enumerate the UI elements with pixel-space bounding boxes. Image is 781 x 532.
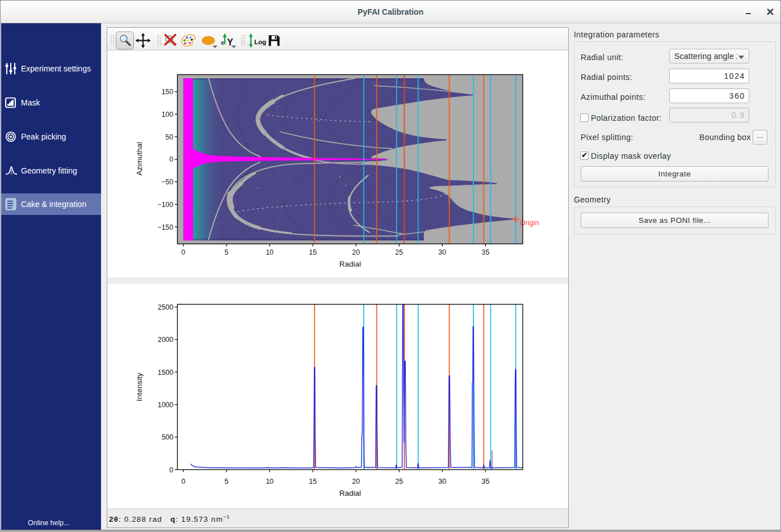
svg-text:5: 5 bbox=[225, 248, 229, 256]
svg-text:30: 30 bbox=[438, 478, 446, 485]
svg-text:Radial: Radial bbox=[339, 260, 361, 268]
svg-text:0: 0 bbox=[170, 466, 174, 474]
svg-text:Y: Y bbox=[227, 37, 233, 47]
svg-text:Intensity: Intensity bbox=[136, 373, 144, 402]
svg-text:−150: −150 bbox=[157, 223, 173, 231]
svg-text:1500: 1500 bbox=[158, 369, 174, 377]
svg-text:2500: 2500 bbox=[158, 303, 174, 311]
svg-text:Radial: Radial bbox=[339, 489, 361, 497]
svg-text:−50: −50 bbox=[161, 178, 173, 186]
svg-text:30: 30 bbox=[438, 248, 446, 256]
svg-text:25: 25 bbox=[395, 478, 403, 485]
svg-text:Azimuthal: Azimuthal bbox=[135, 142, 144, 175]
svg-text:25: 25 bbox=[395, 248, 403, 256]
svg-text:0: 0 bbox=[221, 40, 224, 46]
svg-text:35: 35 bbox=[481, 478, 489, 485]
svg-text:Log: Log bbox=[254, 39, 266, 45]
svg-text:0: 0 bbox=[170, 155, 174, 163]
svg-text:0: 0 bbox=[182, 248, 186, 256]
svg-text:15: 15 bbox=[309, 248, 317, 256]
svg-text:500: 500 bbox=[162, 433, 174, 441]
svg-text:5: 5 bbox=[225, 478, 229, 485]
svg-text:10: 10 bbox=[266, 478, 274, 485]
svg-text:150: 150 bbox=[162, 88, 174, 96]
svg-text:50: 50 bbox=[166, 133, 174, 141]
svg-text:20: 20 bbox=[352, 248, 360, 256]
svg-text:0: 0 bbox=[182, 478, 186, 485]
svg-text:35: 35 bbox=[481, 248, 489, 256]
svg-text:2000: 2000 bbox=[158, 336, 174, 344]
svg-text:15: 15 bbox=[309, 478, 317, 485]
svg-text:−100: −100 bbox=[157, 201, 173, 209]
svg-text:1000: 1000 bbox=[158, 401, 174, 409]
svg-text:20: 20 bbox=[352, 478, 360, 485]
svg-text:100: 100 bbox=[162, 111, 174, 119]
svg-text:10: 10 bbox=[266, 248, 274, 256]
